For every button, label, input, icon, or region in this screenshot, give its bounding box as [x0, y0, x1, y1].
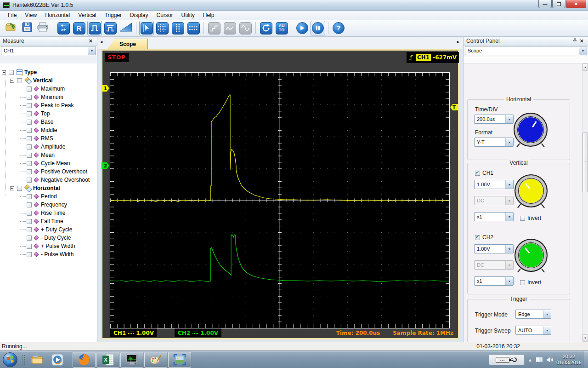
close-button[interactable]: ✕: [566, 0, 586, 8]
scroll-down-icon[interactable]: ▼: [582, 334, 588, 342]
panel-mode-select[interactable]: Scope ▼: [465, 46, 587, 55]
ch1-invert-checkbox[interactable]: [520, 216, 525, 221]
tree-expand-icon[interactable]: [10, 186, 14, 190]
tree-checkbox[interactable]: [9, 70, 14, 75]
tree-checkbox[interactable]: [27, 86, 32, 92]
pulse-button[interactable]: [87, 21, 102, 35]
chevron-down-icon[interactable]: ▼: [505, 245, 513, 253]
taskbar-item-excel[interactable]: X: [96, 352, 119, 368]
ch2-probe-select[interactable]: x1 ▼: [474, 276, 514, 286]
tree-item-negative-overshoot[interactable]: Negative Overshoot: [0, 176, 97, 184]
tree-checkbox[interactable]: [27, 120, 32, 125]
autoset-button[interactable]: AUTO: [274, 21, 289, 35]
ramp-button[interactable]: [119, 21, 133, 35]
minimize-button[interactable]: —: [538, 0, 552, 8]
control-panel-close-icon[interactable]: ✕: [578, 38, 585, 44]
tree-checkbox[interactable]: [27, 227, 32, 232]
open-button[interactable]: [4, 21, 19, 35]
ch2-volts-div-select[interactable]: 1.00V ▼: [474, 244, 514, 253]
ch1-position-knob[interactable]: [514, 174, 548, 207]
tree-checkbox[interactable]: [27, 136, 32, 141]
tree-item-duty-cycle[interactable]: + Duty Cycle: [0, 225, 97, 234]
tree-checkbox[interactable]: [27, 252, 32, 257]
chevron-down-icon[interactable]: ▼: [543, 326, 551, 334]
speaker-icon[interactable]: [546, 356, 553, 363]
ch1-probe-select[interactable]: x1 ▼: [474, 212, 514, 221]
scroll-up-icon[interactable]: ▲: [582, 63, 588, 71]
tree-item-horizontal[interactable]: Horizontal: [0, 184, 97, 192]
taskbar-grip[interactable]: [21, 355, 26, 366]
start-button[interactable]: [3, 352, 17, 367]
taskbar-item-explorer[interactable]: [29, 353, 45, 367]
chevron-down-icon[interactable]: ▼: [505, 277, 513, 285]
tree-item-middle[interactable]: Middle: [0, 126, 97, 134]
taskbar-item-oscilloscope[interactable]: [120, 352, 143, 368]
chevron-down-icon[interactable]: ▼: [505, 138, 513, 146]
tree-checkbox[interactable]: [27, 95, 32, 100]
tree-checkbox[interactable]: [27, 161, 32, 166]
chevron-down-icon[interactable]: ▼: [579, 46, 587, 55]
tree-item-peak-to-peak[interactable]: Peak to Peak: [0, 101, 97, 109]
tree-item-frequency[interactable]: Frequency: [0, 201, 97, 209]
ch1-position-marker[interactable]: 1: [102, 85, 109, 92]
ch2-position-marker[interactable]: 2: [102, 162, 109, 169]
tree-checkbox[interactable]: [27, 169, 32, 174]
tree-item-pulse-width[interactable]: - Pulse Width: [0, 250, 97, 259]
pin-icon[interactable]: [571, 38, 578, 44]
tree-checkbox[interactable]: [27, 144, 32, 150]
tree-item-period[interactable]: Period: [0, 192, 97, 201]
cross-cursor-button[interactable]: [155, 21, 170, 35]
tree-item-maximum[interactable]: Maximum: [0, 85, 97, 93]
tree-item-mean[interactable]: Mean: [0, 151, 97, 159]
menu-item-view[interactable]: View: [21, 11, 41, 19]
chevron-down-icon[interactable]: ▼: [543, 310, 551, 318]
measure-channel-select[interactable]: CH1 ▼: [1, 46, 96, 55]
tree-item-positive-overshoot[interactable]: Positive Overshoot: [0, 167, 97, 176]
menu-item-trigger[interactable]: Trigger: [101, 11, 126, 19]
menu-item-cursor[interactable]: Cursor: [152, 11, 177, 19]
ch1-enable-checkbox[interactable]: [475, 171, 480, 176]
help-button[interactable]: ?: [331, 21, 346, 35]
chevron-down-icon[interactable]: ▼: [505, 115, 513, 123]
tab-scroll-right-icon[interactable]: ►: [456, 40, 460, 44]
battery-indicator[interactable]: ---: [489, 354, 525, 365]
save-button[interactable]: [20, 21, 34, 35]
tab-scope[interactable]: Scope: [107, 39, 148, 49]
show-hidden-icons[interactable]: ▲: [528, 357, 532, 362]
menu-item-vertical[interactable]: Vertical: [74, 11, 100, 19]
tree-item-top[interactable]: Top: [0, 109, 97, 118]
tree-item-minimum[interactable]: Minimum: [0, 93, 97, 101]
print-button[interactable]: [35, 21, 50, 35]
trigger-sweep-select[interactable]: AUTO▼: [515, 326, 551, 335]
time-div-select[interactable]: 200.0us ▼: [474, 115, 514, 124]
tree-checkbox[interactable]: [27, 219, 32, 224]
tree-expand-icon[interactable]: [10, 79, 14, 83]
windows-update-flag-icon[interactable]: [536, 356, 543, 363]
measure-close-icon[interactable]: ✕: [87, 38, 94, 44]
tree-item-cycle-mean[interactable]: Cycle Mean: [0, 159, 97, 167]
tree-item-amplitude[interactable]: Amplitude: [0, 143, 97, 151]
restore-button[interactable]: [552, 0, 565, 8]
tree-expand-icon[interactable]: [2, 70, 6, 75]
tree-item-fall-time[interactable]: Fall Time: [0, 217, 97, 225]
tree-item-base[interactable]: Base: [0, 118, 97, 126]
tree-checkbox[interactable]: [27, 236, 32, 241]
chevron-down-icon[interactable]: ▼: [505, 180, 513, 189]
taskbar-clock[interactable]: 20:32 01/03/2016: [556, 354, 582, 366]
tree-checkbox[interactable]: [27, 211, 32, 216]
tree-checkbox[interactable]: [27, 153, 32, 158]
ch2-invert-checkbox[interactable]: [520, 280, 525, 285]
horizontal-cursors-button[interactable]: [186, 21, 201, 35]
tree-checkbox[interactable]: [27, 111, 32, 116]
tree-checkbox[interactable]: [17, 78, 22, 83]
pass-fail-button[interactable]: [103, 21, 118, 35]
tree-item-duty-cycle[interactable]: - Duty Cycle: [0, 234, 97, 242]
tree-checkbox[interactable]: [27, 178, 32, 183]
menu-item-file[interactable]: File: [4, 11, 21, 19]
tree-checkbox[interactable]: [27, 244, 32, 249]
menu-item-help[interactable]: Help: [199, 11, 219, 19]
cursor-button[interactable]: [139, 21, 154, 35]
horizontal-position-knob[interactable]: [514, 113, 548, 147]
tree-item-rms[interactable]: RMS: [0, 134, 97, 143]
tree-item-vertical[interactable]: Vertical: [0, 76, 97, 85]
